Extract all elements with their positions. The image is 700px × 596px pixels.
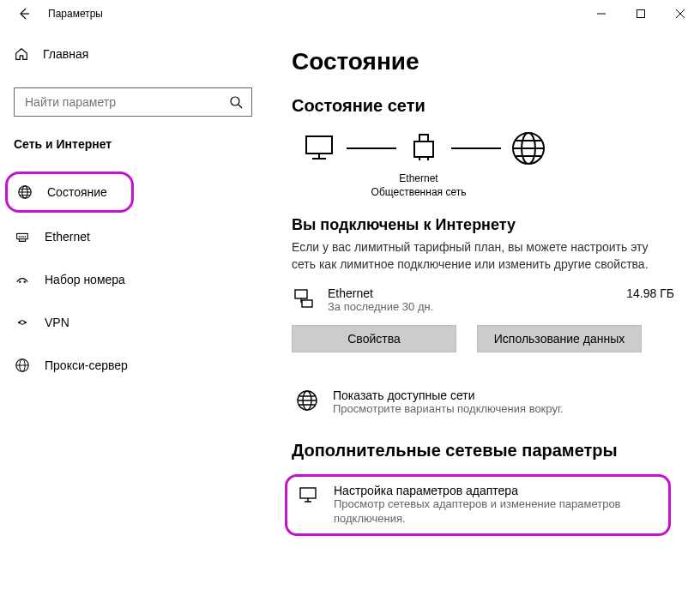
sidebar-item-ethernet[interactable]: Ethernet	[5, 218, 261, 256]
show-networks-title: Показать доступные сети	[333, 388, 564, 402]
svg-rect-17	[302, 300, 312, 307]
pc-icon	[300, 129, 338, 167]
svg-rect-16	[295, 290, 307, 298]
data-usage: 14.98 ГБ	[626, 286, 674, 300]
back-button[interactable]	[14, 3, 34, 24]
svg-rect-13	[419, 135, 428, 141]
proxy-icon	[14, 357, 31, 374]
svg-rect-11	[306, 136, 332, 154]
sidebar-item-label: Состояние	[47, 185, 107, 199]
show-networks-desc: Просмотрите варианты подключения вокруг.	[333, 402, 564, 417]
sidebar: Главная Сеть и Интернет Состояние Ethern…	[0, 27, 266, 596]
internet-icon	[510, 129, 547, 167]
connected-title: Вы подключены к Интернету	[292, 216, 674, 234]
search-icon	[229, 95, 243, 109]
adapter-settings-link[interactable]: Настройка параметров адаптера Просмотр с…	[285, 474, 671, 536]
sidebar-item-label: Ethernet	[45, 230, 90, 244]
search-input[interactable]	[23, 94, 229, 110]
home-label: Главная	[43, 47, 88, 61]
svg-rect-12	[414, 141, 433, 157]
sidebar-item-dialup[interactable]: Набор номера	[5, 261, 261, 298]
connected-block: Вы подключены к Интернету Если у вас лим…	[292, 216, 674, 382]
svg-point-5	[19, 281, 21, 283]
search-box[interactable]	[14, 87, 252, 117]
diagram-subtype: Общественная сеть	[300, 186, 537, 200]
diagram-caption: Ethernet Общественная сеть	[300, 172, 537, 199]
sidebar-item-status[interactable]: Состояние	[5, 172, 134, 213]
svg-point-6	[24, 281, 26, 283]
router-icon	[405, 129, 443, 167]
network-diagram	[292, 129, 674, 167]
nav-list: Состояние Ethernet Набор номера VPN	[0, 172, 266, 384]
vpn-icon	[14, 314, 31, 331]
svg-point-1	[231, 97, 239, 105]
status-heading: Состояние сети	[292, 96, 674, 116]
interface-name: Ethernet	[328, 286, 614, 300]
ethernet-icon	[14, 228, 31, 245]
adapter-title: Настройка параметров адаптера	[334, 484, 660, 497]
sidebar-item-label: Прокси-сервер	[45, 358, 128, 372]
ethernet-adapter-icon	[292, 286, 316, 310]
properties-button[interactable]: Свойства	[292, 325, 456, 352]
sidebar-item-vpn[interactable]: VPN	[5, 304, 261, 341]
globe-icon	[16, 184, 33, 201]
data-usage-button[interactable]: Использование данных	[477, 325, 642, 352]
svg-rect-0	[637, 10, 645, 18]
connected-desc: Если у вас лимитный тарифный план, вы мо…	[292, 239, 674, 273]
connection-row: Ethernet За последние 30 дн. 14.98 ГБ	[292, 286, 674, 313]
main-content: Состояние Состояние сети Ethernet Общест…	[266, 27, 700, 596]
sidebar-item-proxy[interactable]: Прокси-сервер	[5, 346, 261, 384]
svg-rect-20	[300, 488, 316, 498]
home-icon	[14, 46, 29, 62]
close-button[interactable]	[661, 0, 700, 27]
sidebar-item-label: VPN	[45, 316, 69, 329]
dialup-icon	[14, 271, 31, 288]
window-title: Параметры	[48, 8, 103, 20]
maximize-button[interactable]	[621, 0, 661, 27]
home-link[interactable]: Главная	[0, 41, 266, 67]
globe-icon	[295, 388, 319, 412]
page-title: Состояние	[292, 48, 674, 75]
minimize-button[interactable]	[582, 0, 621, 27]
advanced-heading: Дополнительные сетевые параметры	[292, 441, 674, 461]
show-networks-link[interactable]: Показать доступные сети Просмотрите вари…	[292, 382, 674, 424]
sidebar-item-label: Набор номера	[45, 273, 125, 286]
diagram-label: Ethernet	[300, 172, 537, 186]
adapter-desc: Просмотр сетевых адаптеров и изменение п…	[334, 497, 660, 527]
usage-period: За последние 30 дн.	[328, 300, 614, 313]
sidebar-category: Сеть и Интернет	[0, 137, 266, 151]
adapter-icon	[296, 484, 320, 508]
